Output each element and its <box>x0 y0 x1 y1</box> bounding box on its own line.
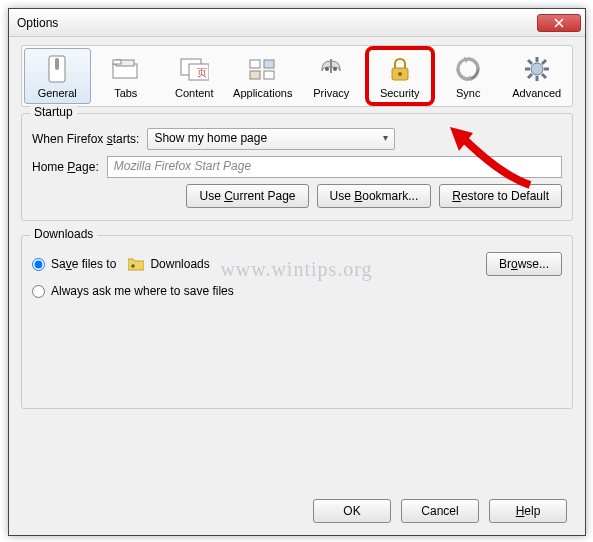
browse-button[interactable]: Browse... <box>486 252 562 276</box>
when-starts-label: When Firefox starts: <box>32 132 139 146</box>
tab-label: Tabs <box>114 87 137 99</box>
advanced-icon <box>521 53 553 85</box>
applications-icon <box>247 53 279 85</box>
folder-icon <box>128 257 144 271</box>
tab-label: Advanced <box>512 87 561 99</box>
downloads-title: Downloads <box>30 227 97 241</box>
svg-rect-8 <box>250 60 260 68</box>
save-files-to-radio[interactable] <box>32 258 45 271</box>
tab-sync[interactable]: Sync <box>435 48 502 104</box>
svg-rect-10 <box>250 71 260 79</box>
svg-rect-9 <box>264 60 274 68</box>
cancel-button[interactable]: Cancel <box>401 499 479 523</box>
ok-button[interactable]: OK <box>313 499 391 523</box>
when-starts-dropdown[interactable]: Show my home page <box>147 128 395 150</box>
options-window: Options General Tabs 页 Co <box>8 8 586 536</box>
svg-point-16 <box>398 72 402 76</box>
use-bookmark-button[interactable]: Use Bookmark... <box>317 184 432 208</box>
tab-general[interactable]: General <box>24 48 91 104</box>
use-current-page-button[interactable]: Use Current Page <box>186 184 308 208</box>
general-icon <box>41 53 73 85</box>
tab-content[interactable]: 页 Content <box>161 48 228 104</box>
homepage-label: Home Page: <box>32 160 99 174</box>
tab-label: Security <box>380 87 420 99</box>
svg-line-25 <box>528 74 532 78</box>
svg-line-24 <box>542 60 546 64</box>
svg-line-23 <box>542 74 546 78</box>
always-ask-label: Always ask me where to save files <box>51 284 234 298</box>
startup-title: Startup <box>30 105 77 119</box>
download-folder-name: Downloads <box>150 257 209 271</box>
sync-icon <box>452 53 484 85</box>
tab-tabs[interactable]: Tabs <box>93 48 160 104</box>
svg-rect-4 <box>113 60 121 64</box>
save-files-to-label: Save files to <box>51 257 116 271</box>
tab-label: Applications <box>233 87 292 99</box>
help-button[interactable]: Help <box>489 499 567 523</box>
window-title: Options <box>13 16 537 30</box>
tab-label: General <box>38 87 77 99</box>
close-button[interactable] <box>537 14 581 32</box>
tab-label: Sync <box>456 87 480 99</box>
svg-line-22 <box>528 60 532 64</box>
tab-applications[interactable]: Applications <box>230 48 297 104</box>
svg-point-17 <box>531 63 543 75</box>
tab-label: Content <box>175 87 214 99</box>
download-destination: Downloads <box>122 255 480 273</box>
category-toolbar: General Tabs 页 Content Applications <box>21 45 573 107</box>
dialog-content: General Tabs 页 Content Applications <box>9 37 585 431</box>
tab-privacy[interactable]: Privacy <box>298 48 365 104</box>
security-icon <box>384 53 416 85</box>
downloads-group: Downloads Save files to Downloads Browse… <box>21 235 573 409</box>
close-icon <box>554 18 564 28</box>
dialog-footer: OK Cancel Help <box>313 499 567 523</box>
svg-rect-11 <box>264 71 274 79</box>
tab-security[interactable]: Security <box>367 48 434 104</box>
svg-text:页: 页 <box>197 67 207 78</box>
always-ask-radio[interactable] <box>32 285 45 298</box>
svg-rect-14 <box>330 59 332 73</box>
content-icon: 页 <box>178 53 210 85</box>
svg-point-12 <box>325 67 329 71</box>
svg-rect-1 <box>55 58 59 70</box>
tab-label: Privacy <box>313 87 349 99</box>
restore-default-button[interactable]: Restore to Default <box>439 184 562 208</box>
startup-group: Startup When Firefox starts: Show my hom… <box>21 113 573 221</box>
titlebar: Options <box>9 9 585 37</box>
tab-advanced[interactable]: Advanced <box>504 48 571 104</box>
homepage-field[interactable]: Mozilla Firefox Start Page <box>107 156 562 178</box>
tabs-icon <box>110 53 142 85</box>
svg-point-13 <box>333 67 337 71</box>
privacy-icon <box>315 53 347 85</box>
